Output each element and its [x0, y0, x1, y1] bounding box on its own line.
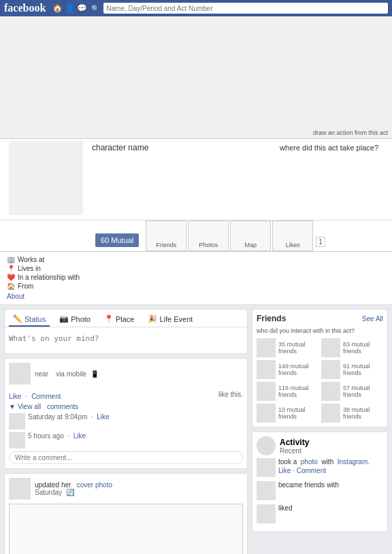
see-all-link[interactable]: See All: [362, 315, 383, 323]
tab-friends[interactable]: Friends: [146, 221, 186, 251]
friend-avatar-6: [321, 382, 340, 401]
likes-tab-label: Likes: [286, 242, 300, 248]
friend-mutual-3: 149 mutual friends: [278, 363, 318, 376]
activity-link-1[interactable]: photo: [301, 458, 318, 466]
place-icon: 📍: [104, 314, 114, 323]
map-tab-label: Map: [245, 242, 257, 248]
tab-map[interactable]: Map: [230, 221, 271, 251]
cover-photo-link[interactable]: cover photo: [77, 481, 112, 489]
activity-icon: [257, 436, 276, 455]
friend-item-5: 116 mutual friends: [257, 382, 318, 401]
works-icon: 🏢: [7, 256, 15, 263]
whats-on-mind-input[interactable]: [5, 330, 247, 352]
info-section: 🏢 Works at 📍 Lives in ❤️ In a relationsh…: [0, 252, 392, 305]
photos-tab-label: Photos: [199, 242, 218, 248]
view-all-comments[interactable]: ▼ View all comments: [9, 403, 243, 410]
friend-item-7: 10 mutual friends: [257, 404, 318, 423]
home-icon[interactable]: 🏠: [52, 3, 63, 13]
works-at-label: Works at: [18, 256, 44, 263]
about-link[interactable]: About: [7, 293, 24, 300]
activity-panel: Activity Recent took a photo with Instag…: [252, 431, 388, 532]
activity-link-2[interactable]: Instagram.: [338, 458, 370, 466]
character-name: character name: [92, 143, 148, 152]
feed-item-2-header: updated her cover photo Saturday 🔄: [9, 478, 243, 500]
nav-icons: 🏠 👤 💬: [52, 3, 87, 13]
from-label: From: [18, 282, 33, 290]
friends-panel-header: Friends See All: [257, 314, 383, 323]
feed-avatar-2: [9, 478, 31, 500]
feed-item-header: near via mobile 📱: [9, 363, 243, 385]
like-action-1[interactable]: Like: [9, 393, 21, 400]
write-comment-input[interactable]: [9, 451, 243, 464]
tab-status[interactable]: ✏️ Status: [9, 312, 50, 327]
tab-likes[interactable]: Likes: [272, 221, 313, 251]
activity-text-1: took a: [278, 458, 297, 466]
lives-icon: 📍: [7, 265, 15, 272]
place-label: where did this act take place?: [280, 144, 378, 152]
tab-page-number[interactable]: 1: [316, 237, 325, 247]
friend-item-3: 149 mutual friends: [257, 360, 318, 379]
tab-life-event[interactable]: 🎉 Life Event: [144, 312, 197, 327]
activity-item-3: liked: [257, 504, 383, 523]
relationship-label: In a relationship with: [18, 274, 80, 281]
activity-item-1: took a photo with Instagram. Like · Comm…: [257, 458, 383, 477]
left-column: ✏️ Status 📷 Photo 📍 Place 🎉 Life Event: [4, 309, 248, 554]
friend-avatar-3: [257, 360, 276, 379]
activity-avatar-1: [257, 458, 276, 477]
life-event-icon: 🎉: [148, 314, 157, 323]
friend-mutual-6: 57 mutual friends: [343, 385, 383, 398]
cover-photo: [0, 16, 392, 139]
activity-avatar-3: [257, 504, 276, 523]
cover-draw-label: draw an action from this act: [313, 129, 388, 136]
place-tab-label: Place: [116, 315, 135, 323]
mutual-button[interactable]: 60 Mutual: [95, 233, 139, 247]
activity-title: Activity: [280, 438, 309, 447]
friend-mutual-2: 83 mutual friends: [343, 341, 383, 355]
comment-action-1[interactable]: Comment: [31, 393, 61, 400]
feed-meta-1: near via mobile 📱: [35, 370, 243, 378]
comment-like-1[interactable]: Like: [97, 413, 109, 421]
activity-actions-1[interactable]: Like · Comment: [278, 467, 370, 474]
friend-item-1: 35 mutual friends: [257, 338, 318, 357]
near-label: near: [35, 370, 48, 378]
lives-in-label: Lives in: [18, 265, 41, 272]
status-label: Status: [24, 315, 46, 323]
feed-item-1: near via mobile 📱 Like · Comment like th…: [4, 358, 248, 469]
profile-picture: [7, 139, 85, 217]
friend-avatar-8: [321, 404, 340, 423]
comment-meta-2: 5 hours ago · Like: [28, 432, 86, 440]
comment-item-1: Saturday at 9:04pm · Like: [9, 413, 243, 429]
comment-avatar-2: [9, 432, 25, 449]
feed-item-2: updated her cover photo Saturday 🔄 draw …: [4, 473, 248, 554]
from-icon: 🏠: [7, 282, 15, 290]
friend-avatar-5: [257, 382, 276, 401]
header: facebook 🏠 👤 💬 🔍: [0, 0, 392, 16]
triangle-icon: ▼: [9, 403, 16, 410]
activity-subtitle: Recent: [280, 447, 309, 455]
tab-photos[interactable]: Photos: [188, 221, 229, 251]
refresh-icon: 🔄: [66, 489, 74, 496]
search-input[interactable]: [103, 3, 388, 14]
post-box: ✏️ Status 📷 Photo 📍 Place 🎉 Life Event: [4, 309, 248, 354]
activity-text-3: liked: [278, 504, 293, 512]
profile-tab-boxes: Friends Photos Map Likes: [146, 221, 313, 251]
who-interacted-label: who did you interact with in this act?: [257, 327, 383, 334]
friends-icon[interactable]: 👤: [65, 3, 75, 13]
tab-photo[interactable]: 📷 Photo: [55, 312, 95, 327]
right-column: Friends See All who did you interact wit…: [252, 309, 388, 554]
activity-text-2: became friends with: [278, 481, 339, 489]
comment-meta-1: Saturday at 9:04pm · Like: [28, 413, 110, 421]
friend-mutual-4: 91 mutual friends: [343, 363, 383, 376]
comment-avatar-1: [9, 413, 25, 429]
friend-mutual-7: 10 mutual friends: [278, 406, 318, 420]
friend-item-6: 57 mutual friends: [321, 382, 383, 401]
messages-icon[interactable]: 💬: [77, 3, 87, 13]
tab-place[interactable]: 📍 Place: [100, 312, 139, 327]
relationship-icon: ❤️: [7, 274, 15, 281]
comment-like-2[interactable]: Like: [74, 432, 86, 440]
cover-area: draw an action from this act character n…: [0, 16, 392, 305]
like-this-text: like this.: [218, 391, 243, 398]
friend-avatar-1: [257, 338, 276, 357]
feed-actions-1: Like · Comment: [9, 393, 61, 400]
friend-avatar-7: [257, 404, 276, 423]
